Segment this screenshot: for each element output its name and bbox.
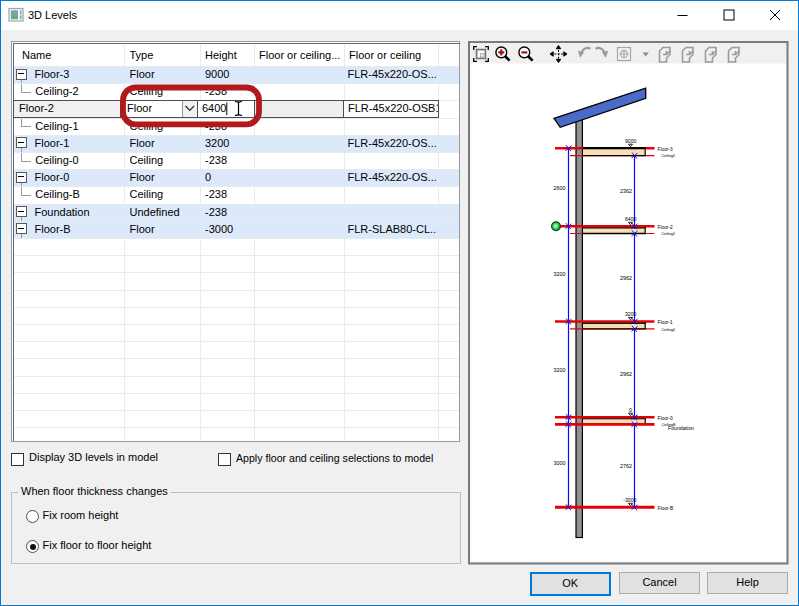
- svg-text:9000: 9000: [625, 138, 637, 144]
- svg-text:2762: 2762: [620, 463, 632, 469]
- svg-text:Floor-3: Floor-3: [658, 147, 674, 152]
- svg-text:3200: 3200: [625, 311, 637, 317]
- svg-text:3000: 3000: [554, 460, 566, 466]
- svg-text:0: 0: [629, 407, 632, 413]
- svg-text:Floor-0: Floor-0: [658, 416, 674, 421]
- svg-text:-3000: -3000: [623, 497, 636, 503]
- svg-text:2962: 2962: [620, 371, 632, 377]
- svg-text:2962: 2962: [620, 275, 632, 281]
- svg-text:6400: 6400: [625, 216, 637, 222]
- svg-text:Ceiling2: Ceiling2: [662, 154, 676, 158]
- svg-text:2600: 2600: [554, 185, 566, 191]
- svg-text:CeilingB: CeilingB: [662, 423, 677, 427]
- svg-text:Ceiling1: Ceiling1: [662, 232, 676, 236]
- svg-text:Foundation: Foundation: [668, 425, 694, 431]
- svg-text:Floor-1: Floor-1: [658, 320, 674, 325]
- svg-text:3200: 3200: [554, 367, 566, 373]
- svg-text:Floor-B: Floor-B: [658, 506, 674, 511]
- svg-text:2362: 2362: [620, 188, 632, 194]
- svg-text:Ceiling0: Ceiling0: [662, 328, 676, 332]
- svg-text:Floor-2: Floor-2: [658, 225, 674, 230]
- svg-text:3200: 3200: [554, 271, 566, 277]
